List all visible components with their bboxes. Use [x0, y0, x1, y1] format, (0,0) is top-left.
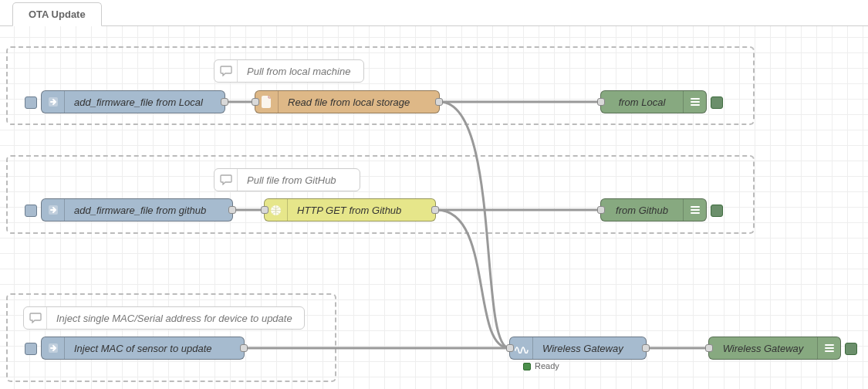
inject-toggle[interactable] — [25, 343, 37, 355]
output-port[interactable] — [228, 206, 236, 214]
tab-ota-update[interactable]: OTA Update — [12, 2, 102, 26]
comment-text: Inject single MAC/Serial address for dev… — [47, 313, 304, 324]
speech-icon — [24, 307, 47, 329]
node-file-local[interactable]: Read file from local storage — [255, 90, 440, 113]
comment-text: Pull file from GitHub — [238, 174, 360, 186]
comment-github[interactable]: Pull file from GitHub — [214, 168, 360, 191]
status-text: Ready — [535, 361, 559, 370]
inject-toggle[interactable] — [25, 96, 37, 109]
node-label: add_firmware_file from github — [65, 205, 232, 216]
debug-toggle[interactable] — [711, 205, 723, 217]
node-inject-mac[interactable]: Inject MAC of sensor to update — [41, 337, 245, 360]
node-label: Inject MAC of sensor to update — [65, 343, 244, 354]
output-port[interactable] — [435, 98, 443, 106]
input-port[interactable] — [506, 344, 514, 352]
node-debug-local[interactable]: from Local — [600, 90, 707, 113]
node-label: Read file from local storage — [279, 96, 439, 108]
comment-text: Pull from local machine — [238, 66, 363, 77]
node-inject-local[interactable]: add_firmware_file from Local — [41, 90, 225, 113]
input-port[interactable] — [261, 206, 269, 214]
output-port[interactable] — [221, 98, 228, 106]
output-port[interactable] — [642, 344, 650, 352]
bars-icon — [817, 337, 840, 359]
output-port[interactable] — [240, 344, 248, 352]
input-port[interactable] — [252, 98, 259, 106]
input-port[interactable] — [597, 206, 605, 214]
node-label: from Github — [601, 205, 683, 216]
speech-icon — [214, 60, 238, 82]
node-label: HTTP GET from Github — [288, 205, 435, 216]
arrow-right-icon — [42, 337, 65, 359]
speech-icon — [214, 169, 238, 191]
node-label: Wireless Gateway — [533, 343, 646, 354]
node-wireless-gateway[interactable]: Wireless Gateway — [509, 337, 647, 360]
input-port[interactable] — [705, 344, 713, 352]
input-port[interactable] — [597, 98, 605, 106]
bars-icon — [683, 199, 706, 221]
arrow-right-icon — [42, 91, 65, 113]
comment-mac[interactable]: Inject single MAC/Serial address for dev… — [23, 306, 305, 330]
tab-bar: OTA Update — [0, 0, 868, 26]
node-label: from Local — [601, 96, 683, 108]
debug-toggle[interactable] — [711, 96, 723, 109]
node-debug-github[interactable]: from Github — [600, 198, 707, 222]
inject-toggle[interactable] — [25, 205, 37, 217]
comment-local[interactable]: Pull from local machine — [214, 59, 364, 83]
output-port[interactable] — [431, 206, 439, 214]
node-debug-gateway[interactable]: Wireless Gateway — [708, 337, 841, 360]
group-github[interactable] — [6, 155, 755, 234]
node-inject-github[interactable]: add_firmware_file from github — [41, 198, 233, 222]
bars-icon — [683, 91, 706, 113]
tab-label: OTA Update — [29, 8, 86, 20]
node-label: Wireless Gateway — [709, 343, 817, 354]
arrow-right-icon — [42, 199, 65, 221]
status-indicator — [523, 363, 531, 370]
node-label: add_firmware_file from Local — [65, 96, 225, 108]
debug-toggle[interactable] — [845, 343, 857, 355]
node-http-github[interactable]: HTTP GET from Github — [264, 198, 436, 222]
